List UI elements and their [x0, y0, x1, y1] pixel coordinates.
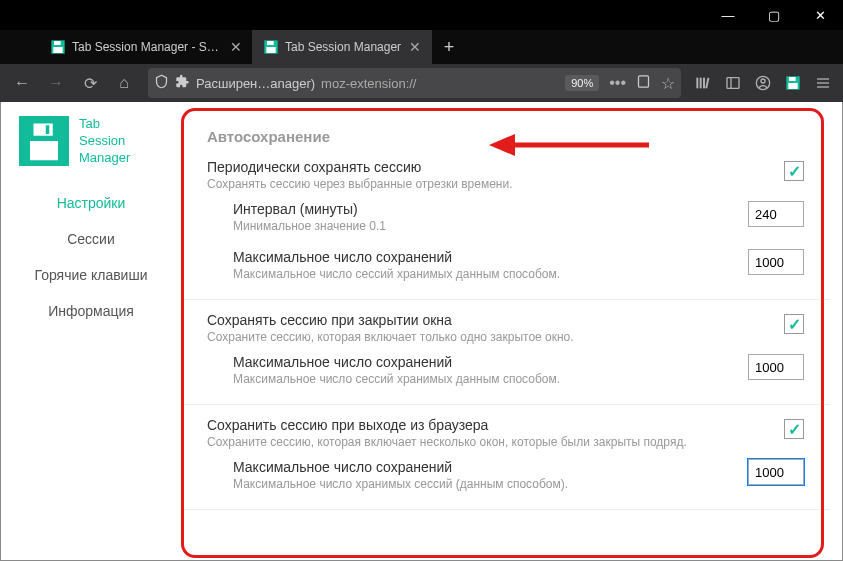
- extension-name-label: Расширен…anager): [196, 76, 315, 91]
- tab-title: Tab Session Manager: [285, 40, 401, 54]
- max-saves-input[interactable]: [748, 249, 804, 275]
- section-title-autosave: Автосохранение: [181, 110, 830, 155]
- svg-rect-11: [727, 78, 739, 89]
- setting-save-on-browser-exit: Сохранить сессию при выходе из браузера …: [181, 413, 830, 510]
- save-extension-floppy-icon[interactable]: [779, 75, 807, 91]
- tab-favicon-floppy-icon: [263, 39, 279, 55]
- home-button[interactable]: ⌂: [108, 67, 140, 99]
- svg-rect-9: [703, 78, 705, 89]
- setting-label: Сохранять сессию при закрытии окна: [207, 312, 784, 328]
- page-body: Tab Session Manager Настройки Сессии Гор…: [0, 102, 843, 561]
- sidebar-item-sessions[interactable]: Сессии: [1, 221, 181, 257]
- back-button[interactable]: ←: [6, 67, 38, 99]
- setting-desc: Сохранять сессию через выбранные отрезки…: [207, 177, 784, 191]
- interval-input[interactable]: [748, 201, 804, 227]
- sidebar-item-hotkeys[interactable]: Горячие клавиши: [1, 257, 181, 293]
- browser-tabbar: Tab Session Manager - Sess ✕ Tab Session…: [0, 30, 843, 64]
- setting-label: Периодически сохранять сессию: [207, 159, 784, 175]
- account-icon[interactable]: [749, 75, 777, 91]
- url-text: moz-extension://: [321, 76, 416, 91]
- browser-toolbar: ← → ⟳ ⌂ Расширен…anager) moz-extension:/…: [0, 64, 843, 102]
- window-minimize-button[interactable]: —: [705, 0, 751, 30]
- checkbox-browser-exit[interactable]: ✓: [784, 419, 804, 439]
- settings-sidebar: Tab Session Manager Настройки Сессии Гор…: [1, 102, 181, 560]
- window-maximize-button[interactable]: ▢: [751, 0, 797, 30]
- setting-label: Интервал (минуты): [233, 201, 748, 217]
- svg-rect-16: [789, 77, 796, 81]
- setting-periodic-save: Периодически сохранять сессию Сохранять …: [181, 155, 830, 300]
- sidebar-item-settings[interactable]: Настройки: [1, 185, 181, 221]
- settings-content: Автосохранение Периодически сохранять се…: [181, 102, 842, 560]
- app-name: Tab Session Manager: [79, 116, 130, 167]
- max-saves-input-focused[interactable]: [748, 459, 804, 485]
- reader-shield-icon[interactable]: [636, 74, 651, 93]
- setting-label: Сохранить сессию при выходе из браузера: [207, 417, 784, 433]
- svg-rect-4: [267, 41, 274, 45]
- svg-point-14: [761, 79, 765, 83]
- svg-rect-6: [639, 75, 649, 86]
- svg-rect-1: [54, 41, 61, 45]
- setting-save-on-window-close: Сохранять сессию при закрытии окна Сохра…: [181, 308, 830, 405]
- setting-label: Максимальное число сохранений: [233, 249, 748, 265]
- library-icon[interactable]: [689, 75, 717, 91]
- sidebar-toggle-icon[interactable]: [719, 75, 747, 91]
- zoom-badge[interactable]: 90%: [565, 75, 599, 91]
- setting-desc: Минимальное значение 0.1: [233, 219, 748, 233]
- tab-title: Tab Session Manager - Sess: [72, 40, 222, 54]
- checkbox-periodic-save[interactable]: ✓: [784, 161, 804, 181]
- setting-desc: Максимальное число сессий хранимых данны…: [233, 372, 748, 386]
- setting-desc: Сохраните сессию, которая включает неско…: [207, 435, 784, 449]
- menu-hamburger-icon[interactable]: [809, 75, 837, 91]
- svg-rect-23: [30, 141, 58, 160]
- max-saves-input[interactable]: [748, 354, 804, 380]
- page-actions-dots-icon[interactable]: •••: [609, 74, 626, 92]
- tab-favicon-floppy-icon: [50, 39, 66, 55]
- window-titlebar: — ▢ ✕: [0, 0, 843, 30]
- shield-icon[interactable]: [154, 74, 169, 93]
- svg-rect-8: [700, 78, 702, 89]
- window-close-button[interactable]: ✕: [797, 0, 843, 30]
- setting-desc: Максимальное число хранимых сессий (данн…: [233, 477, 748, 491]
- sidebar-item-info[interactable]: Информация: [1, 293, 181, 329]
- svg-rect-21: [34, 124, 53, 136]
- svg-rect-17: [788, 83, 797, 89]
- svg-rect-5: [266, 47, 275, 53]
- svg-rect-22: [46, 125, 50, 134]
- checkbox-window-close[interactable]: ✓: [784, 314, 804, 334]
- setting-desc: Сохраните сессию, которая включает тольк…: [207, 330, 784, 344]
- app-logo-floppy-icon: [19, 116, 69, 166]
- tab-close-icon[interactable]: ✕: [230, 39, 242, 55]
- forward-button[interactable]: →: [40, 67, 72, 99]
- tab-close-icon[interactable]: ✕: [409, 39, 421, 55]
- svg-rect-7: [696, 78, 698, 89]
- setting-label: Максимальное число сохранений: [233, 459, 748, 475]
- browser-tab[interactable]: Tab Session Manager - Sess ✕: [40, 30, 253, 64]
- svg-rect-10: [705, 78, 709, 89]
- url-bar[interactable]: Расширен…anager) moz-extension:// 90% ••…: [148, 68, 681, 98]
- svg-rect-2: [53, 47, 62, 53]
- bookmark-star-icon[interactable]: ☆: [661, 74, 675, 93]
- setting-desc: Максимальное число сессий хранимых данны…: [233, 267, 748, 281]
- setting-label: Максимальное число сохранений: [233, 354, 748, 370]
- browser-tab-active[interactable]: Tab Session Manager ✕: [253, 30, 432, 64]
- new-tab-button[interactable]: +: [432, 30, 466, 64]
- reload-button[interactable]: ⟳: [74, 67, 106, 99]
- extension-puzzle-icon: [175, 74, 190, 93]
